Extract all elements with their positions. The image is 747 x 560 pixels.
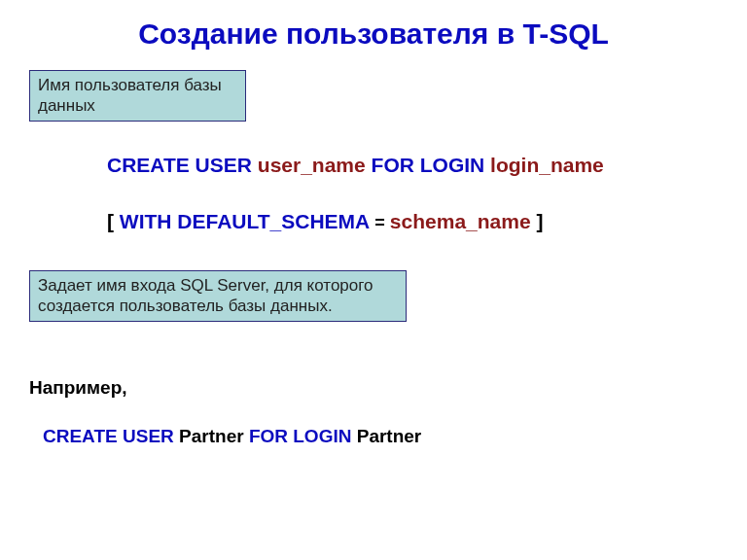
keyword-for-login: FOR LOGIN: [372, 154, 485, 176]
bracket-close: ]: [536, 210, 543, 232]
keyword-with-default-schema: WITH DEFAULT_SCHEMA: [120, 210, 370, 232]
page-title: Создание пользователя в T-SQL: [0, 0, 747, 51]
callout-user-name: Имя пользователя базы данных: [29, 70, 246, 122]
ident-login-name: login_name: [490, 154, 604, 176]
example-line: CREATE USER Partner FOR LOGIN Partner: [43, 426, 421, 447]
bracket-open: [: [107, 210, 114, 232]
example-user: Partner: [179, 426, 244, 446]
syntax-line-1: CREATE USER user_name FOR LOGIN login_na…: [107, 154, 604, 177]
example-keyword-create-user: CREATE USER: [43, 426, 174, 446]
callout-login-name: Задает имя входа SQL Server, для которог…: [29, 270, 407, 322]
example-keyword-for-login: FOR LOGIN: [249, 426, 352, 446]
syntax-line-2: [ WITH DEFAULT_SCHEMA = schema_name ]: [107, 210, 543, 233]
keyword-create-user: CREATE USER: [107, 154, 252, 176]
example-label: Например,: [29, 377, 127, 399]
equals: =: [374, 213, 390, 232]
example-login: Partner: [357, 426, 422, 446]
ident-user-name: user_name: [258, 154, 366, 176]
ident-schema-name: schema_name: [390, 210, 531, 232]
